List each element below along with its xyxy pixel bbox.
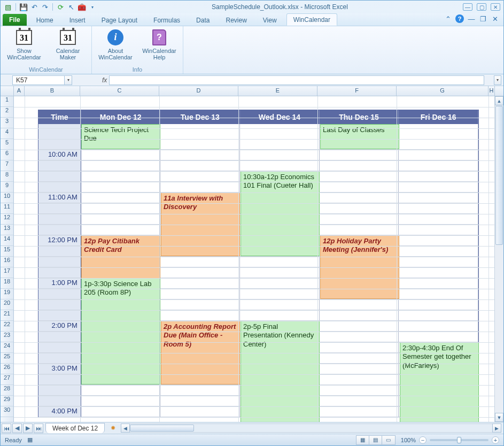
normal-view-icon[interactable]: ▦ [356,436,369,444]
name-box[interactable]: K57 [12,75,65,85]
scroll-down-icon[interactable]: ▼ [495,413,503,422]
row-header[interactable]: 28 [1,385,13,396]
row-header[interactable]: 27 [1,374,13,385]
tab-data[interactable]: Data [190,14,216,26]
row-header[interactable]: 24 [1,342,13,353]
sheet-tab[interactable]: Week of Dec 12 [45,423,105,433]
save-icon[interactable]: 💾 [19,3,28,11]
row-header[interactable]: 14 [1,235,13,246]
formula-bar-expand-icon[interactable]: ▾ [494,75,501,85]
excel-icon[interactable]: ▧ [4,3,12,11]
select-all-corner[interactable] [1,86,14,96]
sheet-nav-first-icon[interactable]: ⏮ [2,424,11,433]
formula-bar: K57 ▾ ✕ ✓ fx ▾ [1,74,503,86]
scrollbar-thumb[interactable] [495,106,503,245]
column-header[interactable]: A [14,86,25,96]
row-header[interactable]: 5 [1,139,13,150]
fx-label[interactable]: fx [102,76,107,84]
row-header[interactable]: 21 [1,310,13,321]
zoom-in-icon[interactable]: + [492,436,499,444]
column-header[interactable]: F [317,86,397,96]
row-header[interactable]: 15 [1,246,13,257]
row-header[interactable]: 2 [1,107,13,118]
about-wincalendar-button[interactable]: i About WinCalendar [97,28,134,60]
calendar-icon: 31 [60,30,76,45]
page-layout-view-icon[interactable]: ▤ [369,436,382,444]
zoom-level[interactable]: 100% [401,437,416,443]
row-header[interactable]: 17 [1,267,13,278]
tab-review[interactable]: Review [219,14,253,26]
workbook-restore-icon[interactable]: ❐ [479,14,487,23]
maximize-button[interactable]: ▢ [477,3,486,11]
sheet-nav-prev-icon[interactable]: ◀ [12,424,22,433]
zoom-slider[interactable] [430,439,489,441]
name-box-dropdown-icon[interactable]: ▾ [65,75,72,85]
row-header[interactable]: 30 [1,406,13,417]
pointer-icon[interactable]: ↖ [67,3,75,11]
row-header[interactable]: 26 [1,364,13,374]
row-header[interactable]: 25 [1,353,13,364]
sheet-nav-last-icon[interactable]: ⏭ [34,424,43,433]
row-header[interactable]: 16 [1,257,13,267]
row-header[interactable]: 18 [1,278,13,289]
undo-icon[interactable]: ↶ [30,3,38,11]
column-header[interactable]: H [489,86,495,96]
time-label: 3:00 PM [38,364,81,374]
column-header[interactable]: G [397,86,489,96]
cells-canvas[interactable]: TimeMon Dec 12Tue Dec 13Wed Dec 14Thu De… [14,96,503,422]
close-button[interactable]: ✕ [491,3,500,11]
ribbon-minimize-icon[interactable]: ⌃ [444,14,452,23]
tab-file[interactable]: File [3,14,27,26]
row-header[interactable]: 8 [1,171,13,182]
tab-wincalendar[interactable]: WinCalendar [286,13,337,26]
tab-formulas[interactable]: Formulas [147,14,187,26]
tools-icon[interactable]: 🧰 [77,3,86,11]
row-header[interactable]: 12 [1,214,13,225]
macro-record-icon[interactable]: ▦ [27,436,33,443]
row-header[interactable]: 10 [1,193,13,203]
row-header[interactable]: 29 [1,396,13,406]
row-header[interactable]: 3 [1,118,13,128]
qat-dropdown-icon[interactable]: ▾ [88,3,97,11]
row-header[interactable]: 9 [1,182,13,193]
row-header[interactable]: 7 [1,160,13,171]
sheet-nav-next-icon[interactable]: ▶ [23,424,33,433]
tab-home[interactable]: Home [30,14,60,26]
workbook-minimize-icon[interactable]: — [467,14,476,23]
row-header[interactable]: 11 [1,203,13,214]
scroll-up-icon[interactable]: ▲ [495,96,503,105]
row-header[interactable]: 6 [1,150,13,160]
show-wincalendar-button[interactable]: 31 Show WinCalendar [6,28,42,60]
column-header[interactable]: E [238,86,317,96]
row-header[interactable]: 4 [1,128,13,139]
help-icon[interactable]: ? [455,14,464,23]
vertical-scrollbar[interactable]: ▲ ▼ [494,96,503,422]
row-header[interactable]: 19 [1,289,13,299]
scroll-right-icon[interactable]: ▶ [492,424,501,433]
tab-view[interactable]: View [257,14,283,26]
refresh-icon[interactable]: ⟳ [56,3,65,11]
workbook-close-icon[interactable]: ✕ [491,14,499,23]
row-header[interactable]: 13 [1,225,13,235]
row-header[interactable]: 22 [1,321,13,332]
calendar-maker-button[interactable]: 31 Calendar Maker [50,28,86,60]
redo-icon[interactable]: ↷ [41,3,49,11]
new-sheet-icon[interactable]: ✸ [107,424,119,433]
column-header[interactable]: B [25,86,80,96]
row-header[interactable]: 20 [1,299,13,310]
zoom-out-icon[interactable]: − [419,436,427,444]
minimize-button[interactable]: — [463,3,472,11]
horizontal-scrollbar[interactable]: ◀ ▶ [121,424,501,433]
row-header[interactable]: 1 [1,96,13,107]
wincalendar-help-button[interactable]: ? WinCalendar Help [141,28,177,60]
scrollbar-thumb[interactable] [130,425,194,432]
tab-page-layout[interactable]: Page Layout [95,14,144,26]
column-header[interactable]: D [159,86,238,96]
column-header[interactable]: C [80,86,159,96]
scroll-left-icon[interactable]: ◀ [121,424,130,433]
calendar-event[interactable]: 2:30p-4:30p End Of Semester get together… [400,342,479,422]
formula-input[interactable] [109,75,484,85]
page-break-view-icon[interactable]: ▭ [382,436,395,444]
row-header[interactable]: 23 [1,332,13,342]
tab-insert[interactable]: Insert [63,14,92,26]
